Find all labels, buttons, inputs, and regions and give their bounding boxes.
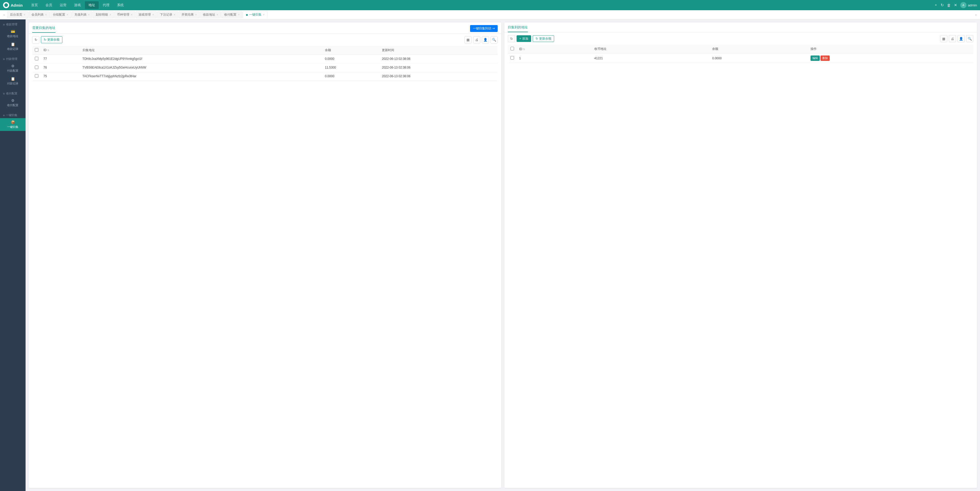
left-row-checkbox-cell [32, 72, 41, 81]
tab-lottery-result-label: 开奖结果 [181, 13, 194, 17]
tab-transfer-detail[interactable]: 划转明细 × [93, 11, 114, 18]
nav-item-home[interactable]: 首页 [28, 1, 41, 9]
tab-bet-record-close[interactable]: × [174, 13, 175, 16]
nav-item-operation[interactable]: 运营 [56, 1, 70, 9]
tab-game-manage-close[interactable]: × [152, 13, 154, 16]
wifi-icon[interactable]: ⚬ [934, 3, 937, 7]
left-th-id[interactable]: ID [41, 46, 80, 55]
tab-collect[interactable]: ● 一键归集 × [243, 11, 267, 18]
tab-pay-config-close[interactable]: × [238, 13, 240, 16]
tab-prev-arrow[interactable]: ‹ [2, 12, 6, 18]
left-panel-header-actions: 一键归集到访 ⇒ [470, 25, 498, 33]
tab-next-arrow[interactable]: › [974, 12, 978, 18]
tab-transfer-detail-close[interactable]: × [110, 13, 111, 16]
right-update-balance-button[interactable]: ↻ 更新余额 [533, 35, 554, 42]
left-grid-icon-btn[interactable]: ▦ [465, 36, 472, 43]
left-row-checkbox-0[interactable] [35, 57, 38, 61]
tab-pay-config[interactable]: 收付配置 × [221, 11, 242, 18]
left-table-header-row: ID 归集地址 余额 更新时间 [32, 46, 498, 55]
main-content: 需要归集的地址 一键归集到访 ⇒ ↻ ↻ 更新余额 ▦ 🖨 [25, 19, 980, 491]
nav-item-game[interactable]: 游戏 [70, 1, 84, 9]
sidebar-item-label-collect: 一键归集 [7, 125, 18, 129]
left-panel-header: 需要归集的地址 一键归集到访 ⇒ [29, 22, 501, 34]
right-print-icon-btn[interactable]: 🖨 [949, 35, 956, 42]
tab-member-list[interactable]: 会员列表 × [29, 11, 49, 18]
tab-home[interactable]: 后台首页 × [7, 11, 28, 18]
sidebar-item-receive-address[interactable]: 💳 收款地址 [0, 27, 25, 40]
left-select-all-checkbox[interactable] [35, 48, 38, 52]
tab-collect-close[interactable]: × [263, 13, 264, 16]
right-add-button[interactable]: + 添加 [517, 35, 531, 42]
tab-group-config[interactable]: 分组配置 × [50, 11, 71, 18]
close-nav-icon[interactable]: ✕ [954, 3, 957, 7]
sidebar-item-collect[interactable]: 📦 一键归集 [0, 118, 25, 131]
tab-game-manage-label: 游戏管理 [138, 13, 151, 17]
tab-group-config-close[interactable]: × [67, 13, 68, 16]
right-select-all-checkbox[interactable] [511, 47, 514, 50]
right-row-delete-button-0[interactable]: 删除 [821, 56, 830, 61]
collect-all-button[interactable]: 一键归集到访 ⇒ [470, 25, 498, 32]
sidebar-item-pay-record[interactable]: 📋 付款记录 [0, 75, 25, 88]
left-row-checkbox-2[interactable] [35, 74, 38, 78]
tab-receive-address-close[interactable]: × [217, 13, 218, 16]
right-row-checkbox-0[interactable] [511, 56, 514, 60]
trash-icon[interactable]: 🗑 [947, 3, 951, 7]
right-panel-title[interactable]: 归集到的地址 [508, 25, 528, 32]
left-row-checkbox-1[interactable] [35, 65, 38, 69]
nav-item-member[interactable]: 会员 [42, 1, 56, 9]
tab-recharge-list[interactable]: 充值列表 × [72, 11, 92, 18]
right-row-edit-button-0[interactable]: 编辑 [811, 56, 820, 61]
right-table-header-row: ID 收币地址 余额 操作 [508, 45, 974, 53]
sidebar-item-receive-record[interactable]: 📋 收款记录 [0, 40, 25, 53]
sidebar-group-icon-collect: ≡ [3, 114, 5, 117]
left-row-balance: 0.0000 [322, 72, 379, 81]
tab-game-manage[interactable]: 游戏管理 × [136, 11, 157, 18]
left-toolbar-right: ▦ 🖨 👤 🔍 [465, 36, 498, 43]
left-row-updated: 2022-06-13 02:38:06 [379, 63, 498, 72]
nav-item-system[interactable]: 系统 [113, 1, 127, 9]
right-th-id[interactable]: ID [517, 45, 592, 53]
left-refresh-button[interactable]: ↻ [32, 36, 39, 43]
tab-home-close[interactable]: × [24, 13, 25, 16]
left-panel-table-wrap: ID 归集地址 余额 更新时间 [29, 46, 501, 84]
sidebar-group-label-receive: 收款管理 [6, 22, 18, 26]
tab-member-list-close[interactable]: × [45, 13, 47, 16]
tab-coin-manage[interactable]: 币种管理 × [114, 11, 135, 18]
left-row-updated: 2022-06-13 02:38:06 [379, 54, 498, 63]
left-panel-title[interactable]: 需要归集的地址 [32, 26, 56, 33]
sidebar-icon-collect: 📦 [11, 120, 15, 124]
tab-collect-dot: ● [246, 13, 248, 17]
tab-lottery-result[interactable]: 开奖结果 × [179, 11, 200, 18]
right-search-icon-btn[interactable]: 🔍 [966, 35, 974, 42]
right-refresh-button[interactable]: ↻ [508, 35, 515, 42]
add-icon: + [519, 37, 521, 41]
refresh-nav-icon[interactable]: ↻ [941, 3, 944, 7]
nav-item-address[interactable]: 地址 [85, 1, 99, 9]
tab-receive-address[interactable]: 收款地址 × [200, 11, 221, 18]
right-panel-toolbar: ↻ + 添加 ↻ 更新余额 ▦ 🖨 👤 🔍 [504, 32, 977, 45]
sidebar-item-pay-receive-config[interactable]: ⚙ 收付配置 [0, 96, 25, 109]
left-table-row: 77 TDh9cJxaXMp5y961E2dgUP9YAmkg5gct1f 0.… [32, 54, 498, 63]
sidebar-group-title-pay: ≡ 付款管理 [0, 56, 25, 62]
left-th-checkbox [32, 46, 41, 55]
left-update-balance-button[interactable]: ↻ 更新余额 [41, 36, 62, 43]
tab-group-config-label: 分组配置 [53, 13, 65, 17]
tab-transfer-detail-label: 划转明细 [95, 13, 108, 17]
tab-bet-record[interactable]: 下注记录 × [157, 11, 178, 18]
tab-lottery-result-close[interactable]: × [195, 13, 197, 16]
nav-item-proxy[interactable]: 代理 [99, 1, 113, 9]
tab-coin-manage-close[interactable]: × [131, 13, 132, 16]
tab-pay-config-label: 收付配置 [224, 13, 236, 17]
left-person-icon-btn[interactable]: 👤 [482, 36, 489, 43]
sidebar-item-label-receive-record: 收款记录 [7, 47, 18, 51]
user-menu[interactable]: A admin [960, 2, 977, 8]
sidebar-item-pay-config[interactable]: ⚙ 付款配置 [0, 62, 25, 75]
right-grid-icon-btn[interactable]: ▦ [940, 35, 947, 42]
left-row-address: TACFkserNvTT7xbjjyphNzfz2jpRe3tHar [80, 72, 323, 81]
tab-recharge-list-close[interactable]: × [88, 13, 90, 16]
left-update-balance-label: 更新余额 [47, 38, 60, 42]
sidebar-icon-pay-receive-config: ⚙ [11, 99, 14, 102]
left-search-icon-btn[interactable]: 🔍 [490, 36, 498, 43]
left-print-icon-btn[interactable]: 🖨 [473, 36, 480, 43]
right-person-icon-btn[interactable]: 👤 [958, 35, 965, 42]
